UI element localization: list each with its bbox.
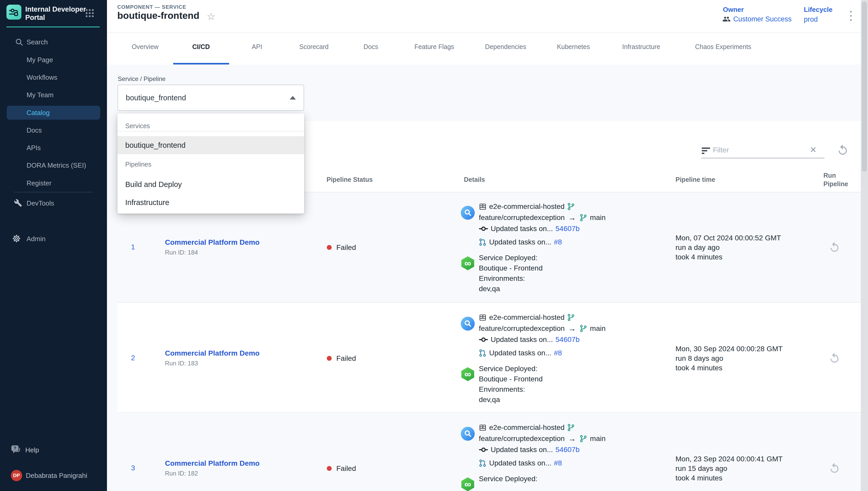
target-branch: main xyxy=(590,213,606,222)
dropdown-item-boutique-frontend[interactable]: boutique_frontend xyxy=(118,136,304,154)
sidebar-item-apis[interactable]: APIs xyxy=(27,143,41,152)
time-date: Mon, 07 Oct 2024 00:00:52 GMT xyxy=(676,233,781,243)
repo-icon xyxy=(479,314,487,321)
commit-hash-link[interactable]: 54607b xyxy=(555,445,579,454)
sidebar-item-workflows[interactable]: Workflows xyxy=(27,73,57,82)
sidebar-item-register[interactable]: Register xyxy=(27,178,52,188)
tab-overview[interactable]: Overview xyxy=(132,43,158,51)
page-title: boutique-frontend xyxy=(117,10,199,21)
service-pipeline-label: Service / Pipeline xyxy=(118,75,165,83)
row-index[interactable]: 2 xyxy=(127,354,140,362)
run-id: Run ID: 183 xyxy=(165,360,198,367)
owner-value-link[interactable]: Customer Success xyxy=(733,15,792,23)
filter-input[interactable] xyxy=(713,144,803,156)
pull-request-icon xyxy=(479,238,487,246)
deploy-title: Service Deployed: xyxy=(479,474,537,484)
status-text: Failed xyxy=(336,464,356,473)
commit-hash-link[interactable]: 54607b xyxy=(555,336,579,344)
status-failed-dot xyxy=(327,245,332,250)
tab-docs[interactable]: Docs xyxy=(364,43,378,51)
tab-kubernetes[interactable]: Kubernetes xyxy=(557,43,590,51)
time-relative: run 15 days ago xyxy=(676,464,783,473)
sidebar-item-my-page[interactable]: My Page xyxy=(27,55,53,64)
time-duration: took 4 minutes xyxy=(676,252,781,262)
dropdown-group-services: Services xyxy=(125,122,150,130)
pr-number-link[interactable]: #8 xyxy=(554,459,562,467)
status-failed-dot xyxy=(327,356,332,361)
target-branch: main xyxy=(590,324,606,333)
table-row: 2 Commercial Platform Demo Run ID: 183 F… xyxy=(117,303,861,413)
service-pipeline-select[interactable]: boutique_frontend xyxy=(118,85,304,111)
sidebar-item-catalog[interactable]: Catalog xyxy=(27,108,50,117)
dropdown-item-infrastructure[interactable]: Infrastructure xyxy=(118,194,304,211)
status-failed-dot xyxy=(327,466,332,471)
deploy-title: Service Deployed: xyxy=(479,253,543,263)
pr-number-link[interactable]: #8 xyxy=(554,238,562,246)
source-branch: feature/corruptedexception xyxy=(479,213,565,222)
sidebar-item-search[interactable]: Search xyxy=(27,37,48,47)
column-header-pipeline-status: Pipeline Status xyxy=(327,176,373,183)
pipeline-name-link[interactable]: Commercial Platform Demo xyxy=(165,349,259,358)
favorite-star-icon[interactable]: ☆ xyxy=(207,11,215,22)
deploy-summary: Service Deployed: xyxy=(479,474,537,484)
user-avatar[interactable]: DP xyxy=(11,470,22,481)
tab-cicd[interactable]: CI/CD xyxy=(192,43,210,51)
repo-name: e2e-commercial-hosted xyxy=(489,424,565,432)
brand-title: Internal Developer Portal xyxy=(25,5,88,22)
sidebar-item-dora-metrics[interactable]: DORA Metrics (SEI) xyxy=(27,161,86,170)
tab-api[interactable]: API xyxy=(252,43,262,51)
more-options-kebab-icon[interactable] xyxy=(849,10,853,22)
git-branch-icon xyxy=(580,325,587,333)
app-grid-icon[interactable] xyxy=(85,8,94,18)
select-value: boutique_frontend xyxy=(126,94,186,102)
clear-filter-icon[interactable]: ✕ xyxy=(810,145,817,155)
sidebar-item-admin[interactable]: Admin xyxy=(27,234,45,243)
lifecycle-label[interactable]: Lifecycle xyxy=(804,6,832,14)
scrollbar-thumb[interactable] xyxy=(862,2,867,172)
run-pipeline-icon[interactable] xyxy=(829,352,840,364)
arrow-right-icon: → xyxy=(567,324,577,333)
help-chat-icon: ? xyxy=(11,444,21,454)
column-header-run-pipeline: Run Pipeline xyxy=(824,171,857,188)
entity-kind-eyebrow: COMPONENT — SERVICE xyxy=(117,4,186,10)
sidebar-active-highlight xyxy=(7,106,100,120)
environments-value: dev,qa xyxy=(479,284,543,294)
deploy-service: Boutique - Frontend xyxy=(479,374,543,384)
tab-scorecard[interactable]: Scorecard xyxy=(299,43,329,51)
tab-feature-flags[interactable]: Feature Flags xyxy=(414,43,454,51)
git-branch-icon xyxy=(567,424,575,431)
sidebar-item-docs[interactable]: Docs xyxy=(27,125,42,135)
commit-message: Updated tasks on... xyxy=(491,336,553,344)
service-pipeline-dropdown: Services boutique_frontend Pipelines Bui… xyxy=(118,113,304,213)
dropdown-item-build-and-deploy[interactable]: Build and Deploy xyxy=(118,175,304,194)
row-index[interactable]: 1 xyxy=(127,243,140,251)
pipeline-name-link[interactable]: Commercial Platform Demo xyxy=(165,459,259,468)
sidebar-divider xyxy=(13,192,93,192)
tab-dependencies[interactable]: Dependencies xyxy=(485,43,526,51)
user-name[interactable]: Debabrata Panigrahi xyxy=(26,471,87,480)
run-pipeline-icon[interactable] xyxy=(829,241,840,253)
sidebar-item-devtools[interactable]: DevTools xyxy=(27,199,54,208)
row-index[interactable]: 3 xyxy=(127,464,140,472)
pipeline-name-link[interactable]: Commercial Platform Demo xyxy=(165,238,259,247)
git-branch-icon xyxy=(580,214,587,222)
tab-infrastructure[interactable]: Infrastructure xyxy=(622,43,660,51)
repo-icon xyxy=(479,203,487,210)
repo-icon xyxy=(479,424,487,431)
pr-number-link[interactable]: #8 xyxy=(554,349,562,357)
run-id: Run ID: 182 xyxy=(165,470,198,477)
commit-hash-link[interactable]: 54607b xyxy=(555,225,579,233)
table-row: 3 Commercial Platform Demo Run ID: 182 F… xyxy=(117,413,861,491)
people-icon xyxy=(722,15,731,23)
chevron-up-icon xyxy=(290,96,296,99)
status-text: Failed xyxy=(336,243,356,252)
header-divider xyxy=(107,32,868,33)
sidebar-item-help[interactable]: Help xyxy=(25,445,39,455)
owner-label[interactable]: Owner xyxy=(723,6,744,14)
tab-chaos-experiments[interactable]: Chaos Experiments xyxy=(695,43,751,51)
refresh-icon[interactable] xyxy=(837,144,849,156)
filter-icon xyxy=(702,147,710,155)
cd-stage-icon: ∞ xyxy=(461,477,475,491)
sidebar-item-my-team[interactable]: My Team xyxy=(27,90,54,99)
run-pipeline-icon[interactable] xyxy=(829,462,840,474)
